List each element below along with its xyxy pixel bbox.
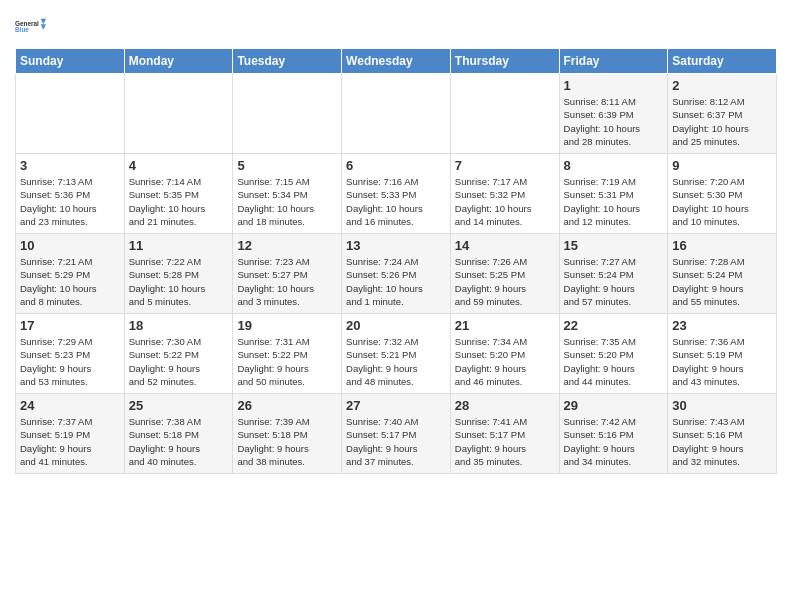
day-number: 12 bbox=[237, 238, 337, 253]
day-info: Sunrise: 7:26 AM Sunset: 5:25 PM Dayligh… bbox=[455, 255, 555, 308]
day-number: 13 bbox=[346, 238, 446, 253]
day-cell: 30Sunrise: 7:43 AM Sunset: 5:16 PM Dayli… bbox=[668, 394, 777, 474]
day-cell bbox=[124, 74, 233, 154]
day-info: Sunrise: 7:14 AM Sunset: 5:35 PM Dayligh… bbox=[129, 175, 229, 228]
col-header-thursday: Thursday bbox=[450, 49, 559, 74]
day-number: 4 bbox=[129, 158, 229, 173]
week-row-5: 24Sunrise: 7:37 AM Sunset: 5:19 PM Dayli… bbox=[16, 394, 777, 474]
col-header-wednesday: Wednesday bbox=[342, 49, 451, 74]
day-cell bbox=[450, 74, 559, 154]
week-row-1: 1Sunrise: 8:11 AM Sunset: 6:39 PM Daylig… bbox=[16, 74, 777, 154]
day-cell: 10Sunrise: 7:21 AM Sunset: 5:29 PM Dayli… bbox=[16, 234, 125, 314]
col-header-sunday: Sunday bbox=[16, 49, 125, 74]
svg-text:Blue: Blue bbox=[15, 26, 29, 33]
day-cell: 16Sunrise: 7:28 AM Sunset: 5:24 PM Dayli… bbox=[668, 234, 777, 314]
day-info: Sunrise: 7:32 AM Sunset: 5:21 PM Dayligh… bbox=[346, 335, 446, 388]
day-number: 9 bbox=[672, 158, 772, 173]
day-info: Sunrise: 7:36 AM Sunset: 5:19 PM Dayligh… bbox=[672, 335, 772, 388]
day-number: 27 bbox=[346, 398, 446, 413]
day-cell: 22Sunrise: 7:35 AM Sunset: 5:20 PM Dayli… bbox=[559, 314, 668, 394]
day-cell: 24Sunrise: 7:37 AM Sunset: 5:19 PM Dayli… bbox=[16, 394, 125, 474]
day-cell: 4Sunrise: 7:14 AM Sunset: 5:35 PM Daylig… bbox=[124, 154, 233, 234]
day-number: 7 bbox=[455, 158, 555, 173]
day-number: 11 bbox=[129, 238, 229, 253]
day-cell: 5Sunrise: 7:15 AM Sunset: 5:34 PM Daylig… bbox=[233, 154, 342, 234]
day-number: 15 bbox=[564, 238, 664, 253]
day-number: 5 bbox=[237, 158, 337, 173]
day-info: Sunrise: 7:37 AM Sunset: 5:19 PM Dayligh… bbox=[20, 415, 120, 468]
col-header-friday: Friday bbox=[559, 49, 668, 74]
calendar-table: SundayMondayTuesdayWednesdayThursdayFrid… bbox=[15, 48, 777, 474]
day-cell: 20Sunrise: 7:32 AM Sunset: 5:21 PM Dayli… bbox=[342, 314, 451, 394]
day-cell: 9Sunrise: 7:20 AM Sunset: 5:30 PM Daylig… bbox=[668, 154, 777, 234]
col-header-monday: Monday bbox=[124, 49, 233, 74]
day-number: 10 bbox=[20, 238, 120, 253]
day-info: Sunrise: 7:17 AM Sunset: 5:32 PM Dayligh… bbox=[455, 175, 555, 228]
day-info: Sunrise: 7:28 AM Sunset: 5:24 PM Dayligh… bbox=[672, 255, 772, 308]
day-cell: 19Sunrise: 7:31 AM Sunset: 5:22 PM Dayli… bbox=[233, 314, 342, 394]
day-info: Sunrise: 7:30 AM Sunset: 5:22 PM Dayligh… bbox=[129, 335, 229, 388]
logo: GeneralBlue bbox=[15, 10, 47, 42]
day-number: 8 bbox=[564, 158, 664, 173]
day-number: 20 bbox=[346, 318, 446, 333]
day-info: Sunrise: 8:11 AM Sunset: 6:39 PM Dayligh… bbox=[564, 95, 664, 148]
day-info: Sunrise: 7:13 AM Sunset: 5:36 PM Dayligh… bbox=[20, 175, 120, 228]
day-cell: 14Sunrise: 7:26 AM Sunset: 5:25 PM Dayli… bbox=[450, 234, 559, 314]
day-info: Sunrise: 7:27 AM Sunset: 5:24 PM Dayligh… bbox=[564, 255, 664, 308]
day-cell: 28Sunrise: 7:41 AM Sunset: 5:17 PM Dayli… bbox=[450, 394, 559, 474]
page: GeneralBlue SundayMondayTuesdayWednesday… bbox=[0, 0, 792, 612]
day-number: 29 bbox=[564, 398, 664, 413]
day-info: Sunrise: 7:34 AM Sunset: 5:20 PM Dayligh… bbox=[455, 335, 555, 388]
day-cell: 7Sunrise: 7:17 AM Sunset: 5:32 PM Daylig… bbox=[450, 154, 559, 234]
day-number: 1 bbox=[564, 78, 664, 93]
day-cell: 1Sunrise: 8:11 AM Sunset: 6:39 PM Daylig… bbox=[559, 74, 668, 154]
day-cell: 12Sunrise: 7:23 AM Sunset: 5:27 PM Dayli… bbox=[233, 234, 342, 314]
day-cell: 29Sunrise: 7:42 AM Sunset: 5:16 PM Dayli… bbox=[559, 394, 668, 474]
day-cell: 15Sunrise: 7:27 AM Sunset: 5:24 PM Dayli… bbox=[559, 234, 668, 314]
day-cell: 18Sunrise: 7:30 AM Sunset: 5:22 PM Dayli… bbox=[124, 314, 233, 394]
day-cell: 11Sunrise: 7:22 AM Sunset: 5:28 PM Dayli… bbox=[124, 234, 233, 314]
svg-marker-2 bbox=[41, 19, 46, 24]
day-info: Sunrise: 7:41 AM Sunset: 5:17 PM Dayligh… bbox=[455, 415, 555, 468]
day-number: 16 bbox=[672, 238, 772, 253]
day-cell: 26Sunrise: 7:39 AM Sunset: 5:18 PM Dayli… bbox=[233, 394, 342, 474]
day-cell bbox=[233, 74, 342, 154]
logo-icon: GeneralBlue bbox=[15, 10, 47, 42]
day-info: Sunrise: 7:19 AM Sunset: 5:31 PM Dayligh… bbox=[564, 175, 664, 228]
day-info: Sunrise: 7:29 AM Sunset: 5:23 PM Dayligh… bbox=[20, 335, 120, 388]
svg-text:General: General bbox=[15, 20, 39, 27]
day-number: 3 bbox=[20, 158, 120, 173]
day-cell bbox=[342, 74, 451, 154]
day-info: Sunrise: 7:24 AM Sunset: 5:26 PM Dayligh… bbox=[346, 255, 446, 308]
col-header-tuesday: Tuesday bbox=[233, 49, 342, 74]
day-cell: 23Sunrise: 7:36 AM Sunset: 5:19 PM Dayli… bbox=[668, 314, 777, 394]
day-info: Sunrise: 7:22 AM Sunset: 5:28 PM Dayligh… bbox=[129, 255, 229, 308]
day-number: 18 bbox=[129, 318, 229, 333]
day-info: Sunrise: 7:43 AM Sunset: 5:16 PM Dayligh… bbox=[672, 415, 772, 468]
day-info: Sunrise: 8:12 AM Sunset: 6:37 PM Dayligh… bbox=[672, 95, 772, 148]
day-info: Sunrise: 7:21 AM Sunset: 5:29 PM Dayligh… bbox=[20, 255, 120, 308]
col-header-saturday: Saturday bbox=[668, 49, 777, 74]
day-cell: 17Sunrise: 7:29 AM Sunset: 5:23 PM Dayli… bbox=[16, 314, 125, 394]
day-number: 25 bbox=[129, 398, 229, 413]
day-info: Sunrise: 7:40 AM Sunset: 5:17 PM Dayligh… bbox=[346, 415, 446, 468]
day-cell: 21Sunrise: 7:34 AM Sunset: 5:20 PM Dayli… bbox=[450, 314, 559, 394]
day-cell: 27Sunrise: 7:40 AM Sunset: 5:17 PM Dayli… bbox=[342, 394, 451, 474]
day-number: 26 bbox=[237, 398, 337, 413]
day-info: Sunrise: 7:23 AM Sunset: 5:27 PM Dayligh… bbox=[237, 255, 337, 308]
day-info: Sunrise: 7:42 AM Sunset: 5:16 PM Dayligh… bbox=[564, 415, 664, 468]
day-number: 17 bbox=[20, 318, 120, 333]
day-number: 14 bbox=[455, 238, 555, 253]
week-row-2: 3Sunrise: 7:13 AM Sunset: 5:36 PM Daylig… bbox=[16, 154, 777, 234]
day-cell: 13Sunrise: 7:24 AM Sunset: 5:26 PM Dayli… bbox=[342, 234, 451, 314]
header: GeneralBlue bbox=[15, 10, 777, 42]
day-number: 6 bbox=[346, 158, 446, 173]
day-info: Sunrise: 7:15 AM Sunset: 5:34 PM Dayligh… bbox=[237, 175, 337, 228]
day-number: 2 bbox=[672, 78, 772, 93]
day-cell: 3Sunrise: 7:13 AM Sunset: 5:36 PM Daylig… bbox=[16, 154, 125, 234]
svg-marker-3 bbox=[41, 24, 46, 29]
day-number: 24 bbox=[20, 398, 120, 413]
day-info: Sunrise: 7:38 AM Sunset: 5:18 PM Dayligh… bbox=[129, 415, 229, 468]
day-cell: 25Sunrise: 7:38 AM Sunset: 5:18 PM Dayli… bbox=[124, 394, 233, 474]
day-info: Sunrise: 7:31 AM Sunset: 5:22 PM Dayligh… bbox=[237, 335, 337, 388]
